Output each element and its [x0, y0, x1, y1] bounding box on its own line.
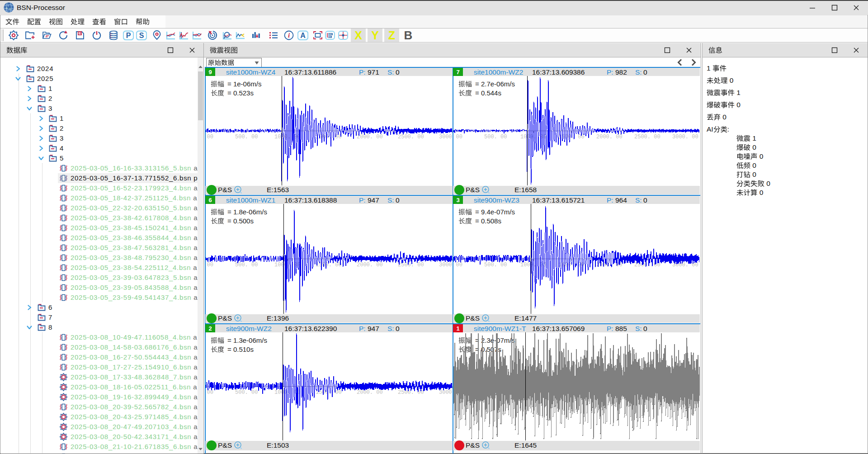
svg-text:i: i — [288, 32, 290, 39]
svg-text:P: P — [126, 32, 131, 39]
svg-text:S: S — [139, 32, 144, 39]
svg-text:A: A — [300, 32, 306, 39]
